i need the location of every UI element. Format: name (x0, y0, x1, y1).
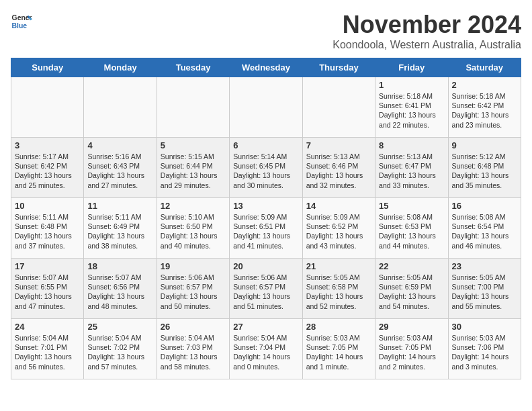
day-number: 13 (233, 201, 298, 211)
day-number: 5 (161, 140, 226, 150)
calendar-cell: 28Sunrise: 5:03 AM Sunset: 7:05 PM Dayli… (302, 319, 375, 379)
day-number: 25 (87, 322, 152, 332)
calendar-cell: 8Sunrise: 5:13 AM Sunset: 6:47 PM Daylig… (375, 138, 448, 198)
day-number: 16 (452, 201, 517, 211)
cell-details: Sunrise: 5:03 AM Sunset: 7:05 PM Dayligh… (379, 333, 444, 371)
cell-details: Sunrise: 5:07 AM Sunset: 6:55 PM Dayligh… (15, 273, 80, 311)
calendar-cell (157, 77, 229, 138)
calendar-cell: 9Sunrise: 5:12 AM Sunset: 6:48 PM Daylig… (448, 138, 521, 198)
day-header-friday: Friday (375, 58, 448, 77)
calendar-cell: 7Sunrise: 5:13 AM Sunset: 6:46 PM Daylig… (302, 138, 375, 198)
calendar-cell: 17Sunrise: 5:07 AM Sunset: 6:55 PM Dayli… (11, 259, 84, 319)
calendar-cell: 29Sunrise: 5:03 AM Sunset: 7:05 PM Dayli… (375, 319, 448, 379)
cell-details: Sunrise: 5:04 AM Sunset: 7:04 PM Dayligh… (233, 333, 298, 371)
day-header-wednesday: Wednesday (230, 58, 302, 77)
cell-details: Sunrise: 5:05 AM Sunset: 6:58 PM Dayligh… (306, 273, 371, 311)
calendar-cell: 27Sunrise: 5:04 AM Sunset: 7:04 PM Dayli… (230, 319, 302, 379)
calendar-cell: 3Sunrise: 5:17 AM Sunset: 6:42 PM Daylig… (11, 138, 84, 198)
header-row: SundayMondayTuesdayWednesdayThursdayFrid… (11, 58, 521, 77)
cell-details: Sunrise: 5:08 AM Sunset: 6:53 PM Dayligh… (379, 212, 444, 250)
day-number: 15 (379, 201, 444, 211)
calendar-cell: 24Sunrise: 5:04 AM Sunset: 7:01 PM Dayli… (11, 319, 84, 379)
day-number: 10 (15, 201, 80, 211)
day-number: 4 (87, 140, 152, 150)
day-number: 12 (161, 201, 226, 211)
day-number: 30 (452, 322, 517, 332)
cell-details: Sunrise: 5:18 AM Sunset: 6:41 PM Dayligh… (379, 91, 444, 130)
cell-details: Sunrise: 5:18 AM Sunset: 6:42 PM Dayligh… (452, 91, 517, 130)
calendar-cell: 6Sunrise: 5:14 AM Sunset: 6:45 PM Daylig… (230, 138, 302, 198)
day-number: 28 (306, 322, 371, 332)
cell-details: Sunrise: 5:13 AM Sunset: 6:46 PM Dayligh… (306, 152, 371, 190)
day-number: 20 (233, 261, 298, 271)
calendar-cell: 10Sunrise: 5:11 AM Sunset: 6:48 PM Dayli… (11, 198, 84, 259)
calendar-cell: 19Sunrise: 5:06 AM Sunset: 6:57 PM Dayli… (157, 259, 229, 319)
calendar-week-5: 24Sunrise: 5:04 AM Sunset: 7:01 PM Dayli… (11, 319, 521, 379)
day-number: 24 (15, 322, 80, 332)
title-section: November 2024 Koondoola, Western Austral… (332, 11, 521, 51)
logo: General Blue (11, 11, 32, 32)
day-number: 21 (306, 261, 371, 271)
calendar-cell: 25Sunrise: 5:04 AM Sunset: 7:02 PM Dayli… (84, 319, 157, 379)
cell-details: Sunrise: 5:09 AM Sunset: 6:51 PM Dayligh… (233, 212, 298, 250)
day-header-thursday: Thursday (302, 58, 375, 77)
cell-details: Sunrise: 5:05 AM Sunset: 6:59 PM Dayligh… (379, 273, 444, 311)
day-number: 27 (233, 322, 298, 332)
page-subtitle: Koondoola, Western Australia, Australia (332, 39, 521, 51)
day-number: 22 (379, 261, 444, 271)
calendar-cell: 1Sunrise: 5:18 AM Sunset: 6:41 PM Daylig… (375, 77, 448, 138)
calendar-cell: 12Sunrise: 5:10 AM Sunset: 6:50 PM Dayli… (157, 198, 229, 259)
cell-details: Sunrise: 5:06 AM Sunset: 6:57 PM Dayligh… (161, 273, 226, 311)
cell-details: Sunrise: 5:11 AM Sunset: 6:48 PM Dayligh… (15, 212, 80, 250)
cell-details: Sunrise: 5:05 AM Sunset: 7:00 PM Dayligh… (452, 273, 517, 311)
calendar-week-1: 1Sunrise: 5:18 AM Sunset: 6:41 PM Daylig… (11, 77, 521, 138)
calendar-week-3: 10Sunrise: 5:11 AM Sunset: 6:48 PM Dayli… (11, 198, 521, 259)
cell-details: Sunrise: 5:13 AM Sunset: 6:47 PM Dayligh… (379, 152, 444, 190)
day-header-monday: Monday (84, 58, 157, 77)
day-number: 7 (306, 140, 371, 150)
calendar-cell: 16Sunrise: 5:08 AM Sunset: 6:54 PM Dayli… (448, 198, 521, 259)
cell-details: Sunrise: 5:17 AM Sunset: 6:42 PM Dayligh… (15, 152, 80, 190)
day-number: 9 (452, 140, 517, 150)
cell-details: Sunrise: 5:04 AM Sunset: 7:02 PM Dayligh… (87, 333, 152, 371)
cell-details: Sunrise: 5:09 AM Sunset: 6:52 PM Dayligh… (306, 212, 371, 250)
calendar-cell (84, 77, 157, 138)
day-number: 8 (379, 140, 444, 150)
day-number: 19 (161, 261, 226, 271)
calendar-cell: 20Sunrise: 5:06 AM Sunset: 6:57 PM Dayli… (230, 259, 302, 319)
calendar-cell: 22Sunrise: 5:05 AM Sunset: 6:59 PM Dayli… (375, 259, 448, 319)
day-number: 23 (452, 261, 517, 271)
cell-details: Sunrise: 5:03 AM Sunset: 7:06 PM Dayligh… (452, 333, 517, 371)
cell-details: Sunrise: 5:08 AM Sunset: 6:54 PM Dayligh… (452, 212, 517, 250)
cell-details: Sunrise: 5:14 AM Sunset: 6:45 PM Dayligh… (233, 152, 298, 190)
day-number: 11 (87, 201, 152, 211)
cell-details: Sunrise: 5:04 AM Sunset: 7:03 PM Dayligh… (161, 333, 226, 371)
day-number: 6 (233, 140, 298, 150)
calendar-week-2: 3Sunrise: 5:17 AM Sunset: 6:42 PM Daylig… (11, 138, 521, 198)
calendar-cell: 30Sunrise: 5:03 AM Sunset: 7:06 PM Dayli… (448, 319, 521, 379)
calendar-cell (11, 77, 84, 138)
cell-details: Sunrise: 5:06 AM Sunset: 6:57 PM Dayligh… (233, 273, 298, 311)
cell-details: Sunrise: 5:16 AM Sunset: 6:43 PM Dayligh… (87, 152, 152, 190)
cell-details: Sunrise: 5:04 AM Sunset: 7:01 PM Dayligh… (15, 333, 80, 371)
calendar-cell: 26Sunrise: 5:04 AM Sunset: 7:03 PM Dayli… (157, 319, 229, 379)
page-header: General Blue November 2024 Koondoola, We… (11, 11, 521, 51)
day-number: 1 (379, 80, 444, 90)
day-header-sunday: Sunday (11, 58, 84, 77)
calendar-cell: 2Sunrise: 5:18 AM Sunset: 6:42 PM Daylig… (448, 77, 521, 138)
cell-details: Sunrise: 5:15 AM Sunset: 6:44 PM Dayligh… (161, 152, 226, 190)
day-number: 17 (15, 261, 80, 271)
cell-details: Sunrise: 5:10 AM Sunset: 6:50 PM Dayligh… (161, 212, 226, 250)
calendar-cell: 18Sunrise: 5:07 AM Sunset: 6:56 PM Dayli… (84, 259, 157, 319)
svg-text:Blue: Blue (12, 22, 28, 30)
logo-icon: General Blue (11, 11, 32, 32)
day-number: 3 (15, 140, 80, 150)
calendar-cell: 15Sunrise: 5:08 AM Sunset: 6:53 PM Dayli… (375, 198, 448, 259)
calendar-week-4: 17Sunrise: 5:07 AM Sunset: 6:55 PM Dayli… (11, 259, 521, 319)
page-title: November 2024 (332, 11, 521, 39)
calendar-cell: 5Sunrise: 5:15 AM Sunset: 6:44 PM Daylig… (157, 138, 229, 198)
calendar-cell (302, 77, 375, 138)
day-number: 2 (452, 80, 517, 90)
calendar-table: SundayMondayTuesdayWednesdayThursdayFrid… (11, 58, 521, 379)
day-header-tuesday: Tuesday (157, 58, 229, 77)
